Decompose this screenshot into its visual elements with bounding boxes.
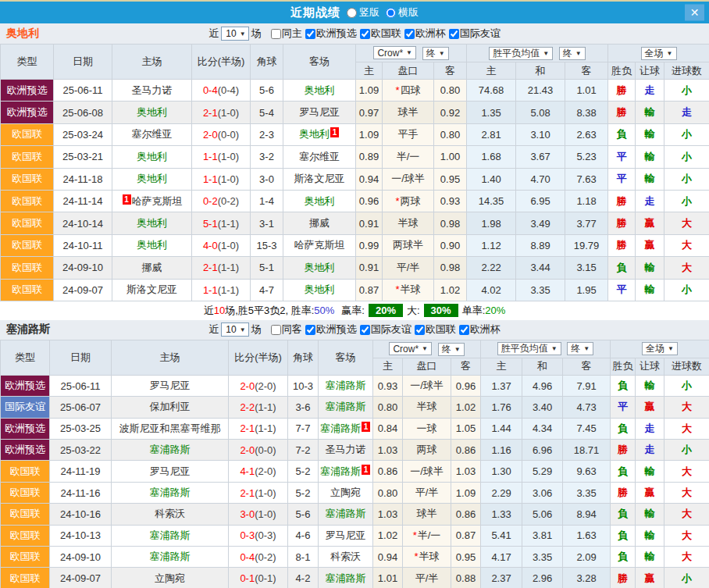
- league-checkbox[interactable]: 欧国联: [415, 323, 456, 337]
- scope-group-header: 全场▼: [608, 45, 709, 62]
- final-odds-select[interactable]: 终▼: [422, 47, 449, 60]
- avg-away-odds: 1.18: [565, 190, 608, 212]
- corners: 2-3: [251, 123, 283, 145]
- home-team: 罗马尼亚: [112, 461, 229, 482]
- team-name: 罗马尼亚: [150, 380, 191, 391]
- home-team: 塞浦路斯: [112, 525, 229, 546]
- bookmaker-select[interactable]: Crow*▼: [373, 46, 416, 59]
- team-name: 圣马力诺: [132, 84, 173, 96]
- same-home-checkbox[interactable]: 同主: [271, 27, 302, 41]
- match-date: 24-09-07: [54, 279, 112, 301]
- league-checkbox[interactable]: 欧国联: [360, 27, 401, 41]
- same-home-checkbox-input[interactable]: [271, 29, 281, 39]
- fullmatch-select[interactable]: 全场▼: [641, 47, 677, 60]
- match-row: 欧洲预选25-06-08奥地利2-1(1-0)5-4罗马尼亚0.97球半0.92…: [1, 102, 709, 123]
- result-handicap: 輸: [636, 547, 664, 568]
- away-team: 挪威: [283, 212, 356, 234]
- match-date: 25-06-07: [50, 397, 112, 418]
- games-label: 场: [251, 27, 262, 41]
- radio-horizontal-input[interactable]: [386, 8, 396, 18]
- same-away-checkbox-input[interactable]: [271, 325, 281, 335]
- competition-badge: 欧国联: [1, 504, 50, 525]
- col-header-score: 比分(半场): [192, 45, 251, 80]
- recent-count-select[interactable]: 10 ▼: [221, 27, 248, 41]
- result-handicap: 輸: [636, 123, 664, 145]
- league-checkbox[interactable]: 国际友谊: [360, 323, 412, 337]
- team-name: 奥地利: [137, 151, 167, 162]
- corners: 4-2: [288, 568, 319, 588]
- subheader-odds-away: 客: [451, 358, 481, 375]
- same-away-checkbox[interactable]: 同客: [271, 323, 302, 337]
- league-checkbox[interactable]: 欧洲预选: [305, 323, 357, 337]
- subheader-avg-home: 主: [481, 358, 522, 375]
- league-checkbox[interactable]: 欧洲杯: [459, 323, 501, 337]
- bookmaker-select[interactable]: Crow*▼: [389, 342, 432, 355]
- final-odds-select[interactable]: 终▼: [438, 343, 465, 356]
- match-date: 24-11-14: [54, 190, 112, 212]
- match-date: 24-10-16: [50, 504, 112, 525]
- near-label: 近: [208, 323, 219, 337]
- result-win-loss: 勝: [611, 568, 636, 588]
- avg-draw-odds: 6.96: [522, 440, 563, 461]
- final-avg-select[interactable]: 终▼: [559, 47, 586, 60]
- radio-vertical-input[interactable]: [347, 8, 357, 18]
- summary-bar: 近10场,胜5平3负2, 胜率:50% 赢率:20% 大:30% 单率:20%: [0, 301, 709, 320]
- handicap-odds-away: 1.09: [451, 482, 481, 503]
- match-date: 24-11-18: [54, 168, 112, 190]
- layout-radio-vertical[interactable]: 竖版: [347, 5, 379, 20]
- handicap-odds-home: 1.03: [373, 504, 403, 525]
- corners: 1-4: [251, 190, 283, 212]
- result-win-loss: 負: [608, 123, 636, 145]
- recent-count-select[interactable]: 10 ▼: [221, 323, 248, 337]
- star-icon: *: [414, 551, 418, 562]
- competition-badge: 欧国联: [1, 279, 54, 301]
- score: 0-3(0-3): [229, 525, 288, 546]
- avg-odds-select[interactable]: 胜平负均值▼: [497, 342, 561, 355]
- final-avg-select[interactable]: 终▼: [567, 342, 593, 355]
- handicap-odds-home: 0.96: [356, 190, 383, 212]
- corners: 5-1: [251, 257, 283, 279]
- away-team: 斯洛文尼亚: [283, 168, 356, 190]
- result-goals: 小: [664, 190, 709, 212]
- chevron-down-icon: ▼: [406, 49, 412, 56]
- near-label: 近: [208, 27, 219, 41]
- avg-odds-select[interactable]: 胜平负均值▼: [489, 47, 553, 60]
- team-name: 塞浦路斯: [150, 529, 191, 541]
- avg-away-odds: 1.95: [565, 279, 608, 301]
- league-checkbox[interactable]: 欧洲预选: [305, 27, 357, 41]
- avg-home-odds: 2.81: [467, 123, 516, 145]
- avg-away-odds: 2.09: [563, 547, 611, 568]
- result-handicap: 輸: [636, 504, 664, 525]
- avg-group-header: 胜平负均值▼ 终▼: [481, 340, 611, 358]
- result-win-loss: 勝: [611, 482, 636, 503]
- score: 3-0(1-0): [229, 504, 288, 525]
- avg-home-odds: 4.02: [467, 279, 516, 301]
- team-name: 波斯尼亚和黑塞哥维那: [119, 422, 221, 434]
- match-date: 24-11-16: [50, 482, 112, 503]
- layout-radio-horizontal[interactable]: 横版: [386, 5, 419, 20]
- result-handicap: 輸: [636, 279, 664, 301]
- league-checkbox[interactable]: 国际友谊: [449, 27, 501, 41]
- score: 0-2(0-2): [192, 190, 251, 212]
- chevron-down-icon: ▼: [551, 345, 558, 352]
- corners: 5-2: [288, 482, 319, 503]
- close-icon[interactable]: ✕: [685, 5, 704, 21]
- filter-bar-austria: 奥地利 近 10 ▼ 场 同主 欧洲预选 欧国联 欧洲杯 国际友谊: [0, 23, 709, 44]
- match-date: 25-06-08: [54, 102, 112, 123]
- league-checkbox[interactable]: 欧洲杯: [404, 27, 446, 41]
- handicap-odds-home: 0.84: [373, 418, 403, 439]
- away-team: 圣马力诺: [319, 440, 373, 461]
- subheader-goals: 进球数: [664, 358, 709, 375]
- subheader-avg-draw: 和: [522, 358, 563, 375]
- team-name: 科索沃: [330, 551, 361, 562]
- subheader-wl: 胜负: [608, 62, 636, 80]
- corners: 3-0: [251, 168, 283, 190]
- team-label-0: 奥地利: [6, 27, 39, 41]
- handicap-odds-away: 0.86: [451, 504, 481, 525]
- col-header-home: 主场: [112, 45, 192, 80]
- fullmatch-select[interactable]: 全场▼: [642, 342, 678, 355]
- subheader-odds-home: 主: [356, 62, 383, 80]
- home-team: 圣马力诺: [112, 80, 192, 102]
- result-handicap: 贏: [636, 234, 664, 256]
- handicap-odds-away: 0.88: [451, 568, 481, 588]
